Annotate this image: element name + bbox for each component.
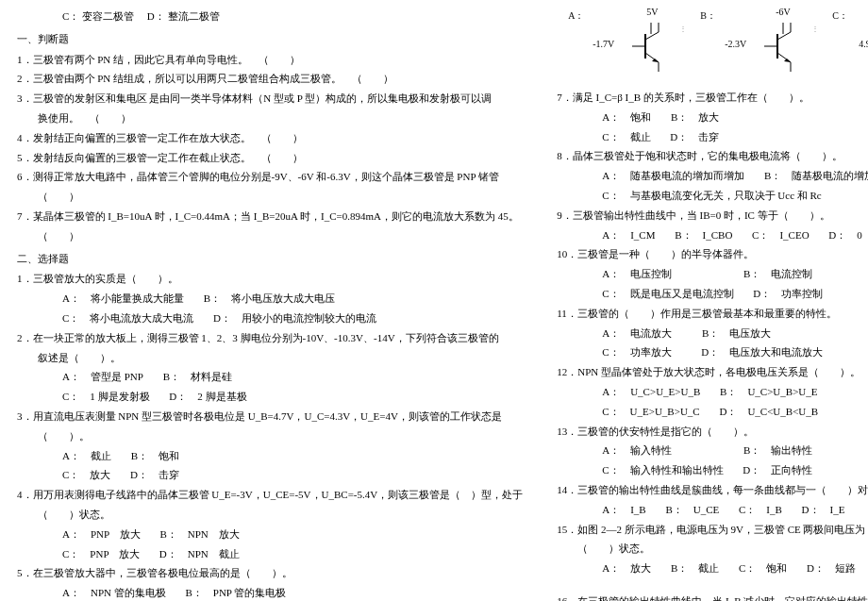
choice-title: 二、选择题 [17,250,523,269]
right-column: A： 5V -1.7V ⋮ B： -6V -2.3V [540,8,868,593]
q4-d: D： NPN 截止 [159,548,240,559]
q10-d: D： 功率控制 [753,288,823,299]
q3-d: D： 击穿 [130,469,179,480]
diagram-c: C： 4V 4.9V 3.6V [859,13,868,79]
q7-opts1: A： 饱和 B： 放大 [557,109,868,127]
judge-1: 1．三极管有两个 PN 结，因此它具有单向导电性。 （ ） [17,51,523,70]
q5-a: A： NPN 管的集电极 [62,587,166,598]
transistor-icon [764,23,802,75]
q5-b: B： PNP 管的集电极 [185,587,286,598]
q12-a: A： U_C>U_E>U_B [602,386,700,397]
q8-opts2: C： 与基极电流变化无关，只取决于 Ucc 和 Rc [557,187,868,206]
q11-opts1: A： 电流放大 B： 电压放大 [557,325,868,343]
diagram-a: A： 5V -1.7V ⋮ [594,13,698,79]
q13-stem: 13．三极管的伏安特性是指它的（ ）。 [557,423,868,442]
diag-b-left: -2.3V [725,36,746,53]
judge-3b: 换使用。 （ ） [17,109,523,128]
q1-opts-cd: C： 将小电流放大成大电流 D： 用较小的电流控制较大的电流 [17,309,523,328]
q8-b: B： 随基极电流的增加而减小 [764,170,868,181]
svg-line-2 [645,32,659,40]
q12-stem: 12．NPN 型晶体管处于放大状态时，各电极电压关系是（ ）。 [557,363,868,382]
q4-stem2: （ ）状态。 [17,506,523,525]
diag-a-top: 5V [646,4,658,21]
q11-d: D： 电压放大和电流放大 [701,346,823,358]
q15-stem2: （ ）状态。 [557,540,868,559]
judge-7a: 7．某晶体三极管的 I_B=10uA 时，I_C=0.44mA；当 I_B=20… [17,208,523,226]
q11-stem: 11．三极管的（ ）作用是三极管最基本和最重要的特性。 [557,305,868,324]
diag-b-top: -6V [776,4,791,21]
q3-opts-cd: C： 放大 D： 击穿 [17,466,523,485]
svg-marker-12 [784,58,791,62]
diagram-b: B： -6V -2.3V ⋮ [726,13,830,79]
svg-line-10 [777,32,791,40]
diag-c-left: 4.9V [859,36,868,53]
judge-title: 一、判断题 [17,30,523,49]
q4-opts-ab: A： PNP 放大 B： NPN 放大 [17,526,523,544]
q13-opts1: A： 输入特性 B： 输出特性 [557,442,868,460]
q9-opts: A： I_CM B： I_CBO C： I_CEO D： 0 [557,226,868,245]
q2-opts-cd: C： 1 脚是发射极 D： 2 脚是基极 [17,388,523,407]
judge-2: 2．三极管由两个 PN 结组成，所以可以用两只二极管组合构成三极管。 （ ） [17,70,523,89]
q4-opts-cd: C： PNP 放大 D： NPN 截止 [17,545,523,564]
q4-stem1: 4．用万用表测得电子线路中的晶体三极管 U_E=-3V，U_CE=-5V，U_B… [17,486,523,505]
q8-stem: 8．晶体三极管处于饱和状态时，它的集电极电流将（ ）。 [557,147,868,166]
opt-d-text: 整流二极管 [168,10,220,22]
label-a: A： [568,8,584,25]
q10-a: A： 电压控制 [602,268,672,279]
q2-stem2: 叙述是（ ）。 [17,349,523,368]
opt-c-label: C： [62,10,79,22]
transistor-diagrams: A： 5V -1.7V ⋮ B： -6V -2.3V [557,13,868,79]
q4-b: B： NPN 放大 [159,528,239,540]
q12-opts2: C： U_E>U_B>U_C D： U_C<U_B<U_B [557,403,868,422]
q15-c: C： 饱和 [739,562,787,574]
opt-c-text: 变容二极管 [82,10,134,22]
label-c: C： [832,8,848,25]
q14-stem: 14．三极管的输出特性曲线是簇曲线，每一条曲线都与一（ ）对应。 [557,481,868,500]
q2-d: D： 2 脚是基极 [169,391,246,402]
q7-stem: 7．满足 I_C=β I_B 的关系时，三极管工作在（ ）。 [557,89,868,108]
q3-c: C： 放大 [62,469,110,480]
judge-4: 4．发射结正向偏置的三极管一定工作在放大状态。 （ ） [17,129,523,148]
judge-5: 5．发射结反向偏置的三极管一定工作在截止状态。 （ ） [17,149,523,168]
q9-c: C： I_CEO [752,229,810,241]
q15-a: A： 放大 [602,562,651,574]
q13-a: A： 输入特性 [602,444,672,456]
q10-opts2: C： 既是电压又是电流控制 D： 功率控制 [557,285,868,304]
q7-b: B： 放大 [671,111,719,123]
q5-stem: 5．在三极管放大器中，三极管各极电位最高的是（ ）。 [17,564,523,583]
q13-c: C： 输入特性和输出特性 [602,464,723,476]
judge-3a: 3．三极管的发射区和集电区 是由同一类半导体材料（N 型或 P 型）构成的，所以… [17,90,523,109]
q15-b: B： 截止 [671,562,719,574]
q1-c: C： 将小电流放大成大电流 [62,312,193,324]
q10-c: C： 既是电压又是电流控制 [602,288,733,299]
q7-c: C： 截止 [602,131,650,142]
q7-d: D： 击穿 [670,131,719,142]
q8-opts1: A： 随基极电流的增加而增加 B： 随基极电流的增加而减小 [557,167,868,186]
q1-d: D： 用较小的电流控制较大的电流 [213,312,376,324]
q1-a: A： 将小能量换成大能量 [62,292,184,304]
q4-c: C： PNP 放大 [62,548,140,559]
q13-opts2: C： 输入特性和输出特性 D： 正向特性 [557,461,868,480]
q16-stem: 16．在三极管的输出特性曲线中，当 I_B 减少时，它对应的输出特性曲线（ ）。 [557,593,868,601]
q13-b: B： 输出特性 [743,444,812,456]
judge-7b: （ ） [17,227,523,246]
q7-opts2: C： 截止 D： 击穿 [557,128,868,147]
q2-a: A： 管型是 PNP [62,371,143,382]
q8-a: A： 随基极电流的增加而增加 [602,170,744,181]
q14-a: A： I_B [602,504,645,515]
q1-b: B： 将小电压放大成大电压 [204,292,335,304]
q7-a: A： 饱和 [602,111,651,123]
q5-opts-ab: A： NPN 管的集电极 B： PNP 管的集电极 [17,584,523,601]
q9-b: B： I_CBO [675,229,732,241]
q4-a: A： PNP 放大 [62,528,141,540]
q10-stem: 10．三极管是一种（ ）的半导体器件。 [557,245,868,264]
q3-stem2: （ ）。 [17,427,523,446]
q12-opts1: A： U_C>U_E>U_B B： U_C>U_B>U_E [557,383,868,402]
opt-d-label: D： [147,10,165,22]
q3-a: A： 截止 [62,450,111,461]
q10-opts1: A： 电压控制 B： 电流控制 [557,265,868,284]
q9-stem: 9．三极管输出特性曲线中，当 IB=0 时，IC 等于（ ）。 [557,207,868,225]
q3-opts-ab: A： 截止 B： 饱和 [17,447,523,466]
q13-d: D： 正向特性 [743,464,812,476]
q11-c: C： 功率放大 [602,346,671,358]
